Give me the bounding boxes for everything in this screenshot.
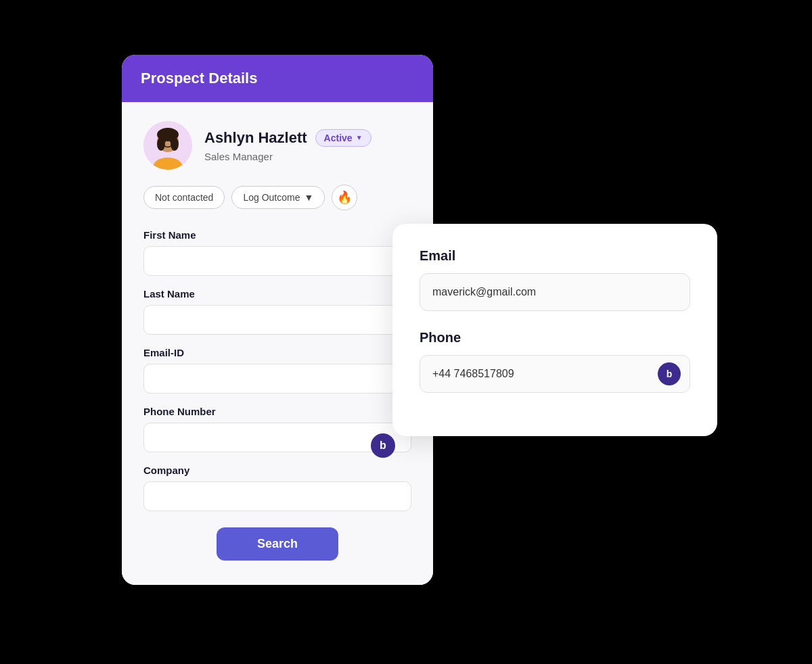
first-name-label: First Name: [143, 229, 411, 241]
first-name-input[interactable]: [143, 246, 411, 276]
avatar: [143, 121, 192, 170]
last-name-input[interactable]: [143, 305, 411, 335]
company-field: Company: [143, 465, 411, 511]
profile-name-row: Ashlyn Hazlett Active ▼: [204, 129, 371, 147]
log-outcome-label: Log Outcome: [243, 192, 300, 203]
floating-b-icon: b: [371, 433, 395, 458]
profile-info: Ashlyn Hazlett Active ▼ Sales Manager: [204, 129, 371, 162]
profile-row: Ashlyn Hazlett Active ▼ Sales Manager: [143, 121, 411, 170]
phone-section: Phone b: [420, 330, 690, 393]
card-header: Prospect Details: [122, 55, 433, 102]
search-btn-row: Search: [143, 527, 411, 561]
fire-icon: 🔥: [337, 190, 352, 205]
log-outcome-button[interactable]: Log Outcome ▼: [231, 186, 325, 209]
fire-button[interactable]: 🔥: [332, 185, 357, 210]
email-input[interactable]: [420, 273, 690, 311]
last-name-label: Last Name: [143, 288, 411, 300]
status-label: Active: [324, 133, 353, 143]
svg-point-6: [163, 140, 166, 143]
profile-role: Sales Manager: [204, 151, 371, 162]
company-label: Company: [143, 465, 411, 476]
first-name-field: First Name: [143, 229, 411, 276]
status-badge[interactable]: Active ▼: [315, 129, 371, 147]
email-id-label: Email-ID: [143, 347, 411, 358]
card-title: Prospect Details: [141, 70, 257, 87]
svg-point-7: [170, 140, 173, 143]
prospect-details-card: Prospect Details: [122, 55, 433, 585]
search-button[interactable]: Search: [217, 527, 338, 561]
not-contacted-button[interactable]: Not contacted: [143, 186, 225, 209]
phone-label: Phone: [420, 330, 690, 346]
last-name-field: Last Name: [143, 288, 411, 335]
profile-name: Ashlyn Hazlett: [204, 129, 307, 147]
phone-number-label: Phone Number: [143, 406, 411, 417]
email-section: Email: [420, 248, 690, 311]
phone-input[interactable]: [420, 355, 690, 393]
svg-point-5: [171, 137, 179, 151]
phone-b-icon: b: [658, 362, 681, 385]
contact-card: Email Phone b: [392, 224, 717, 436]
email-id-input[interactable]: [143, 364, 411, 394]
phone-wrapper: b: [420, 355, 690, 393]
card-body: Ashlyn Hazlett Active ▼ Sales Manager No…: [122, 102, 433, 585]
company-input[interactable]: [143, 481, 411, 511]
action-row: Not contacted Log Outcome ▼ 🔥: [143, 185, 411, 210]
email-label: Email: [420, 248, 690, 264]
email-id-field: Email-ID: [143, 347, 411, 394]
svg-point-4: [157, 137, 165, 151]
chevron-down-icon: ▼: [356, 134, 363, 141]
chevron-down-icon: ▼: [304, 192, 313, 203]
